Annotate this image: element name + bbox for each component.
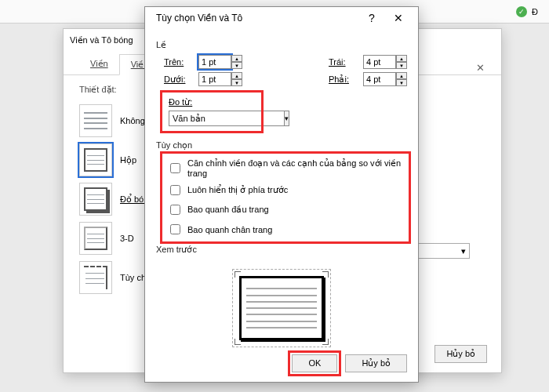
preview-label: Xem trước [156, 245, 407, 255]
chevron-down-icon: ▾ [285, 111, 289, 126]
preset-none[interactable]: Không c [79, 104, 153, 137]
close-icon[interactable]: ✕ [385, 9, 412, 27]
fg-dialog-title: Tùy chọn Viền và Tô [156, 13, 358, 24]
preset-shadow[interactable]: Đổ bóng [79, 183, 153, 216]
right-margin-label: Phải: [329, 74, 358, 85]
spin-up-icon[interactable]: ▲ [396, 72, 407, 79]
preset-none-icon [79, 104, 112, 137]
spin-down-icon[interactable]: ▼ [396, 79, 407, 86]
preview-page-icon [239, 276, 324, 340]
close-icon[interactable]: ✕ [471, 59, 489, 76]
options-group-label: Tùy chọn [156, 140, 407, 151]
preset-box[interactable]: Hộp [79, 143, 153, 176]
status-check-icon: ✓ [516, 6, 527, 17]
top-margin-input[interactable]: ▲▼ [198, 55, 242, 69]
preset-box-label: Hộp [120, 155, 136, 165]
preset-custom[interactable]: Tùy chỉn [79, 261, 153, 294]
bottom-margin-label: Dưới: [164, 74, 194, 85]
left-margin-label: Trái: [329, 57, 358, 67]
spin-down-icon[interactable]: ▼ [231, 79, 242, 86]
spin-up-icon[interactable]: ▲ [396, 55, 407, 62]
opt-surround-header[interactable]: Bao quanh đầu trang [167, 202, 404, 217]
preset-shadow-icon [79, 183, 112, 216]
preset-3d-icon [79, 222, 112, 255]
measure-from-combo[interactable]: ▾ [169, 111, 255, 126]
opt-surround-footer[interactable]: Bao quanh chân trang [167, 222, 404, 237]
chevron-down-icon: ▾ [461, 246, 466, 256]
bottom-margin-input[interactable]: ▲▼ [198, 72, 242, 86]
margins-group-label: Lề [156, 40, 407, 50]
tab-borders[interactable]: Viền [79, 54, 119, 74]
preset-3d[interactable]: 3-D [79, 222, 153, 255]
options-checkbox-group: Căn chỉnh viền đoạn và các cạnh của bảng… [164, 155, 407, 240]
opt-align-borders[interactable]: Căn chỉnh viền đoạn và các cạnh của bảng… [167, 158, 404, 178]
measure-from-block: Đo từ: ▾ [164, 94, 260, 129]
presets-label: Thiết đặt: [79, 85, 153, 95]
preview-frame [232, 269, 331, 347]
preset-box-icon [79, 143, 112, 176]
help-icon[interactable]: ? [358, 9, 385, 27]
preset-3d-label: 3-D [120, 234, 134, 243]
bg-cancel-button[interactable]: Hủy bỏ [434, 345, 487, 363]
spin-up-icon[interactable]: ▲ [231, 55, 242, 62]
status-letter: Đ [532, 7, 538, 16]
spin-down-icon[interactable]: ▼ [231, 62, 242, 69]
ok-button[interactable]: OK [292, 354, 337, 372]
right-margin-input[interactable]: ▲▼ [363, 72, 407, 86]
cancel-button[interactable]: Hủy bỏ [345, 354, 407, 372]
top-margin-label: Trên: [164, 57, 194, 67]
measure-from-label: Đo từ: [169, 97, 255, 107]
preset-list: Thiết đặt: Không c Hộp Đổ bóng 3-D Tùy c… [79, 85, 153, 294]
preview-area [156, 261, 407, 358]
opt-always-front[interactable]: Luôn hiển thị ở phía trước [167, 183, 404, 198]
spin-down-icon[interactable]: ▼ [396, 62, 407, 69]
preset-custom-icon [79, 261, 112, 294]
spin-up-icon[interactable]: ▲ [231, 72, 242, 79]
left-margin-input[interactable]: ▲▼ [363, 55, 407, 69]
border-options-dialog: Tùy chọn Viền và Tô ? ✕ Lề Trên: ▲▼ Trái… [144, 6, 419, 383]
